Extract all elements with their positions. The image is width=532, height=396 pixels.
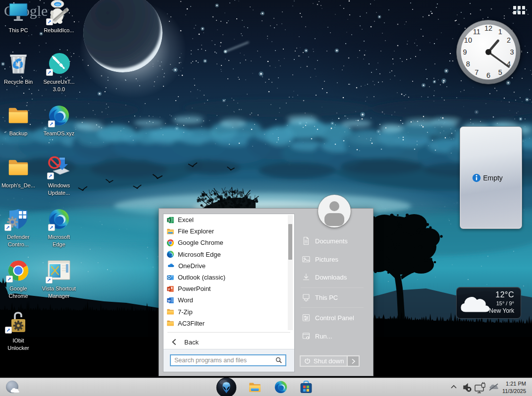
svg-text:5: 5 [498,68,502,76]
svg-text:12: 12 [484,24,492,32]
svg-text:7: 7 [475,68,479,76]
svg-text:10: 10 [464,36,472,44]
svg-text:2: 2 [507,36,511,44]
svg-text:8: 8 [466,60,470,68]
svg-text:6: 6 [486,71,490,79]
svg-text:3: 3 [510,48,514,56]
svg-text:1: 1 [498,28,502,36]
svg-text:11: 11 [473,28,480,36]
svg-text:9: 9 [463,48,467,56]
